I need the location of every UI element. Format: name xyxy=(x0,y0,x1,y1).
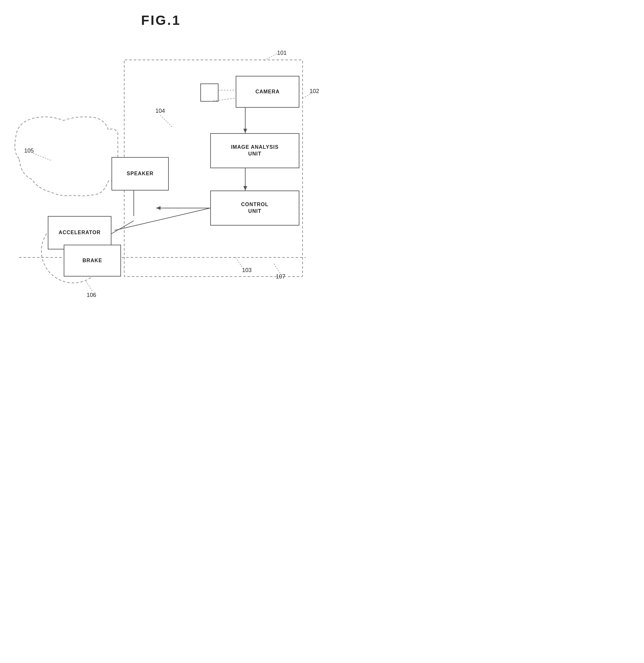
svg-marker-6 xyxy=(243,186,247,190)
image-analysis-box: IMAGE ANALYSISUNIT xyxy=(210,133,299,168)
svg-marker-8 xyxy=(156,206,161,210)
page-title: FIG.1 xyxy=(0,0,322,28)
speaker-box: SPEAKER xyxy=(112,157,169,190)
svg-rect-13 xyxy=(201,84,218,101)
svg-marker-4 xyxy=(243,129,247,133)
camera-box: CAMERA xyxy=(236,76,299,108)
svg-line-11 xyxy=(115,208,210,230)
label-106: 106 xyxy=(87,292,96,299)
label-103: 103 xyxy=(242,267,252,274)
brake-box: BRAKE xyxy=(64,245,121,277)
label-105: 105 xyxy=(24,147,34,154)
label-107: 107 xyxy=(276,273,285,280)
control-unit-box: CONTROLUNIT xyxy=(210,190,299,226)
label-102: 102 xyxy=(309,88,319,95)
label-104: 104 xyxy=(156,108,165,114)
label-101: 101 xyxy=(277,50,286,56)
